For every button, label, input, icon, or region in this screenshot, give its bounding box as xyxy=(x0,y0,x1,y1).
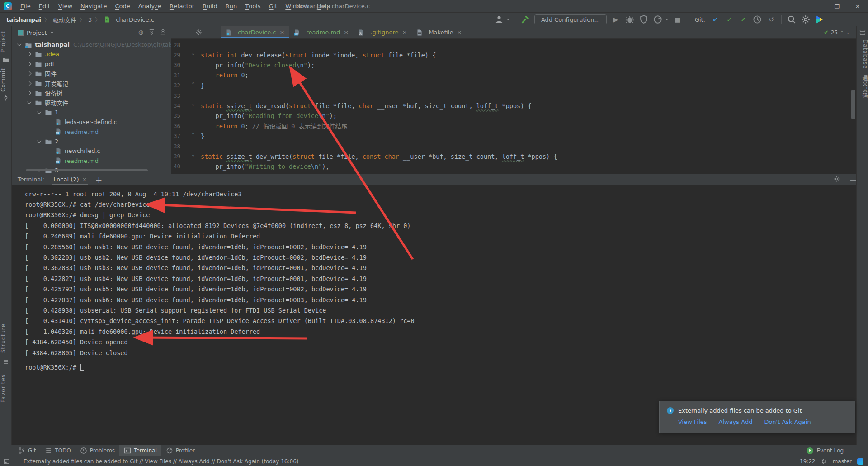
tool-tab-database[interactable]: Database xyxy=(857,40,868,69)
tree-item-1[interactable]: 1 xyxy=(12,108,171,117)
tab-.gitignore[interactable]: .gitignore× xyxy=(353,26,411,38)
tool-tab-commit[interactable]: Commit xyxy=(0,68,12,91)
minimize-button[interactable]: — xyxy=(806,0,826,13)
terminal-prompt[interactable]: root@RK356X:/# xyxy=(25,362,84,372)
ai-plugin-icon[interactable] xyxy=(857,458,863,465)
git-branch-name[interactable]: master xyxy=(833,458,852,465)
run-options-caret-icon[interactable] xyxy=(665,19,669,20)
chevron-collapsed-icon[interactable] xyxy=(27,91,32,95)
fold-close-icon[interactable]: ⌃ xyxy=(192,132,195,138)
terminal-tab-local[interactable]: Local (2) × xyxy=(52,174,88,185)
menu-run[interactable]: Run xyxy=(222,0,241,12)
fold-close-icon[interactable]: ⌃ xyxy=(192,81,195,87)
search-everywhere-icon[interactable] xyxy=(787,14,797,24)
toolwindow-todo[interactable]: TODO xyxy=(40,445,75,456)
tree-item-newchrled.c[interactable]: newchrled.c xyxy=(12,146,171,156)
breadcrumb-item-1[interactable]: 驱动文件 xyxy=(53,15,76,24)
event-log[interactable]: 6 Event Log xyxy=(807,447,844,454)
tree-item-readme.md[interactable]: MDreadme.md xyxy=(12,156,171,166)
fold-open-icon[interactable]: ⌄ xyxy=(192,152,195,157)
add-configuration-button[interactable]: Add Configuration... xyxy=(534,14,607,24)
menu-navigate[interactable]: Navigate xyxy=(76,0,111,12)
tab-charDevice.c[interactable]: charDevice.c× xyxy=(221,26,289,38)
tab-close-icon[interactable]: × xyxy=(457,29,462,36)
chevron-expanded-icon[interactable] xyxy=(37,138,42,143)
tool-tab-favorites[interactable]: Favorites xyxy=(0,374,12,403)
close-button[interactable]: ✕ xyxy=(847,0,868,13)
settings-gear-icon[interactable] xyxy=(801,14,811,24)
tree-item-pdf[interactable]: pdf xyxy=(12,59,171,69)
terminal-settings-icon[interactable] xyxy=(833,176,840,184)
tab-Makefile[interactable]: Makefile× xyxy=(411,26,466,38)
debug-icon[interactable] xyxy=(625,14,635,24)
inspections-widget[interactable]: ✔ 25 ⌃ ⌄ xyxy=(824,29,850,36)
toolwindow-terminal[interactable]: Terminal xyxy=(119,445,161,456)
toolwindow-problems[interactable]: Problems xyxy=(75,445,119,456)
tree-item-leds-user-defind.c[interactable]: leds-user-defind.c xyxy=(12,117,171,127)
tab-close-icon[interactable]: × xyxy=(402,29,407,36)
collapse-all-icon[interactable] xyxy=(160,29,166,37)
chevron-expanded-icon[interactable] xyxy=(27,100,32,105)
layers-icon[interactable] xyxy=(859,29,866,36)
toolwindow-profiler[interactable]: Profiler xyxy=(161,445,199,456)
tree-item-taishanpai[interactable]: taishanpaiC:\Users\QINGJUE\Desktop\git\t… xyxy=(12,40,171,49)
breadcrumb-item-0[interactable]: taishanpai xyxy=(6,16,41,23)
coverage-icon[interactable] xyxy=(639,14,649,24)
restore-button[interactable]: ❐ xyxy=(826,0,847,13)
tab-readme.md[interactable]: MDreadme.md× xyxy=(289,26,353,38)
chevron-collapsed-icon[interactable] xyxy=(27,71,32,76)
toolwindow-switcher-icon[interactable] xyxy=(4,458,10,465)
project-view-caret-icon[interactable] xyxy=(50,32,54,33)
notification-link-always-add[interactable]: Always Add xyxy=(719,418,753,425)
tree-item-设备树[interactable]: 设备树 xyxy=(12,88,171,98)
menu-refactor[interactable]: Refactor xyxy=(165,0,198,12)
notification-link-view-files[interactable]: View Files xyxy=(678,418,707,425)
new-terminal-icon[interactable]: ＋ xyxy=(95,174,102,185)
tab-close-icon[interactable]: × xyxy=(279,29,284,36)
chevron-expanded-icon[interactable] xyxy=(17,42,22,46)
commit-node-icon[interactable] xyxy=(2,94,9,101)
project-panel-header[interactable]: Project ⊕ xyxy=(12,26,171,39)
chevron-expanded-icon[interactable] xyxy=(37,109,42,114)
locate-file-icon[interactable]: ⊕ xyxy=(138,29,144,37)
chevron-down-icon[interactable]: ⌄ xyxy=(846,30,850,35)
user-icon[interactable] xyxy=(494,14,504,24)
structure-list-icon[interactable] xyxy=(2,358,9,366)
tree-item-2[interactable]: 2 xyxy=(12,137,171,146)
toolwindow-git[interactable]: Git xyxy=(14,445,40,456)
folder-icon[interactable] xyxy=(2,56,9,63)
rollback-icon[interactable]: ↺ xyxy=(766,14,776,24)
breadcrumb-item-3[interactable]: ccharDevice.c xyxy=(104,16,154,23)
editor-gear-icon[interactable] xyxy=(195,29,202,38)
menu-edit[interactable]: Edit xyxy=(35,0,54,12)
git-update-icon[interactable]: ↙ xyxy=(710,14,720,24)
tree-item-readme.md[interactable]: MDreadme.md xyxy=(12,127,171,137)
status-message[interactable]: Externally added files can be added to G… xyxy=(24,458,299,465)
hide-panel-icon[interactable]: — xyxy=(210,28,216,35)
git-history-icon[interactable] xyxy=(752,14,762,24)
fold-open-icon[interactable]: ⌄ xyxy=(192,50,195,56)
tool-tab-structure[interactable]: Structure xyxy=(0,324,12,353)
close-icon[interactable]: × xyxy=(82,176,87,183)
tree-item-驱动文件[interactable]: 驱动文件 xyxy=(12,98,171,107)
run-icon[interactable]: ▶ xyxy=(611,14,621,24)
breadcrumb-item-2[interactable]: 3 xyxy=(88,16,92,23)
tool-tab-project[interactable]: Project xyxy=(0,30,12,53)
tree-horizontal-scrollbar[interactable] xyxy=(26,169,148,171)
menu-tools[interactable]: Tools xyxy=(241,0,264,12)
menu-build[interactable]: Build xyxy=(198,0,222,12)
profiler-icon[interactable] xyxy=(653,14,663,24)
chevron-up-icon[interactable]: ⌃ xyxy=(840,30,844,35)
menu-view[interactable]: View xyxy=(54,0,76,12)
tree-item-固件[interactable]: 固件 xyxy=(12,69,171,78)
tab-close-icon[interactable]: × xyxy=(344,29,349,36)
tree-item-开发笔记[interactable]: 开发笔记 xyxy=(12,79,171,88)
chevron-collapsed-icon[interactable] xyxy=(27,62,32,66)
menu-code[interactable]: Code xyxy=(111,0,134,12)
fold-open-icon[interactable]: ⌄ xyxy=(192,101,195,107)
editor-scrollbar[interactable] xyxy=(851,90,855,119)
menu-analyze[interactable]: Analyze xyxy=(134,0,165,12)
menu-file[interactable]: File xyxy=(16,0,35,12)
expand-all-icon[interactable] xyxy=(148,29,155,37)
chevron-collapsed-icon[interactable] xyxy=(27,52,32,57)
